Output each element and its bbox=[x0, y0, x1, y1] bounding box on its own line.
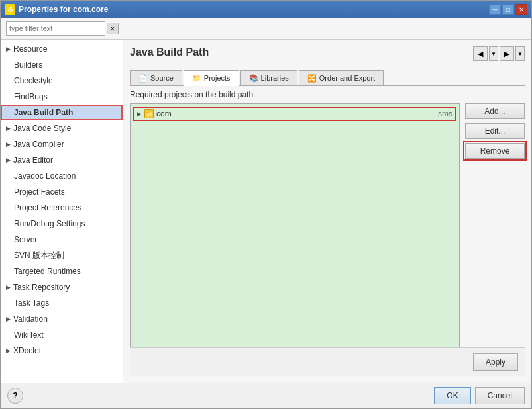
tab-icon-libraries: 📚 bbox=[249, 73, 258, 83]
sidebar-item-java-build-path[interactable]: Java Build Path bbox=[1, 105, 123, 120]
tab-bar: 📄Source📁Projects📚Libraries🔀Order and Exp… bbox=[130, 70, 525, 86]
sidebar-item-validation[interactable]: ▶Validation bbox=[1, 311, 123, 327]
apply-bar: Apply bbox=[130, 347, 525, 376]
sidebar-item-checkstyle[interactable]: Checkstyle bbox=[1, 73, 123, 89]
search-bar: × bbox=[1, 18, 531, 40]
sidebar-expand-icon: ▶ bbox=[6, 42, 11, 56]
forward-dropdown[interactable]: ▼ bbox=[515, 46, 525, 61]
sidebar-item-label: Java Build Path bbox=[14, 106, 73, 119]
sidebar-item-label: Run/Debug Settings bbox=[14, 217, 85, 230]
title-main: Properties for com bbox=[19, 5, 89, 14]
sidebar-item-label: Task Repository bbox=[13, 281, 70, 294]
tab-projects[interactable]: 📁Projects bbox=[184, 70, 239, 86]
project-item[interactable]: ▶ 📁 com sms bbox=[133, 107, 456, 121]
ok-button[interactable]: OK bbox=[434, 387, 470, 404]
sidebar-expand-icon: ▶ bbox=[6, 344, 11, 357]
cancel-button[interactable]: Cancel bbox=[475, 387, 525, 404]
project-arrow-icon: ▶ bbox=[137, 111, 142, 117]
sidebar-item-wikitext[interactable]: WikiText bbox=[1, 327, 123, 343]
tab-libraries[interactable]: 📚Libraries bbox=[240, 70, 297, 85]
sidebar-item-targeted-runtimes[interactable]: Targeted Runtimes bbox=[1, 263, 123, 279]
add-button[interactable]: Add... bbox=[465, 103, 525, 119]
right-panel: Java Build Path ◀ ▼ ▶ ▼ 📄Source📁Projects… bbox=[123, 40, 531, 383]
sidebar-item-label: FindBugs bbox=[14, 90, 48, 103]
sidebar-item-javadoc-location[interactable]: Javadoc Location bbox=[1, 168, 123, 184]
sidebar-item-label: Java Compiler bbox=[13, 138, 64, 151]
sidebar-item-label: SVN 版本控制 bbox=[14, 249, 64, 262]
remove-button[interactable]: Remove bbox=[465, 143, 525, 159]
sidebar-item-label: Resource bbox=[13, 42, 47, 56]
sidebar-item-label: Targeted Runtimes bbox=[14, 265, 81, 278]
sidebar-item-label: Task Tags bbox=[14, 296, 49, 310]
sidebar-item-project-references[interactable]: Project References bbox=[1, 200, 123, 216]
footer-bar: ? OK Cancel bbox=[1, 383, 531, 408]
tab-order-export[interactable]: 🔀Order and Export bbox=[299, 70, 384, 85]
sidebar-item-task-tags[interactable]: Task Tags bbox=[1, 295, 123, 311]
sidebar-item-label: Validation bbox=[13, 312, 48, 326]
back-dropdown[interactable]: ▼ bbox=[489, 46, 498, 61]
sidebar-item-xdoclet[interactable]: ▶XDoclet bbox=[1, 343, 123, 359]
title-bar: ⚙ Properties for com.core ─ □ ✕ bbox=[1, 1, 531, 18]
main-content: ▶ResourceBuildersCheckstyleFindBugsJava … bbox=[1, 40, 531, 383]
project-name: com bbox=[156, 109, 438, 118]
window-title: Properties for com.core bbox=[19, 5, 108, 14]
projects-list: ▶ 📁 com sms bbox=[130, 103, 460, 347]
sidebar-expand-icon: ▶ bbox=[6, 122, 11, 135]
tab-icon-order-export: 🔀 bbox=[307, 73, 317, 83]
sidebar-item-java-editor[interactable]: ▶Java Editor bbox=[1, 152, 123, 168]
forward-button[interactable]: ▶ bbox=[500, 46, 514, 61]
sidebar-item-label: Java Code Style bbox=[13, 122, 71, 135]
search-input[interactable] bbox=[6, 21, 105, 36]
nav-arrow-area: ◀ ▼ ▶ ▼ bbox=[473, 46, 525, 61]
sidebar-item-label: WikiText bbox=[14, 328, 44, 341]
sidebar-item-java-compiler[interactable]: ▶Java Compiler bbox=[1, 136, 123, 152]
window-controls: ─ □ ✕ bbox=[489, 4, 527, 15]
tabs-area: 📄Source📁Projects📚Libraries🔀Order and Exp… bbox=[130, 70, 525, 347]
sidebar-item-label: Builders bbox=[14, 58, 42, 71]
required-label: Required projects on the build path: bbox=[130, 90, 525, 99]
title-bar-left: ⚙ Properties for com.core bbox=[5, 4, 108, 15]
sidebar-item-label: XDoclet bbox=[13, 344, 41, 357]
back-button[interactable]: ◀ bbox=[473, 46, 488, 61]
sidebar-item-label: Checkstyle bbox=[14, 74, 53, 87]
right-panel-inner: Java Build Path ◀ ▼ ▶ ▼ 📄Source📁Projects… bbox=[130, 46, 525, 347]
tab-label-source: Source bbox=[150, 74, 174, 82]
sidebar-item-label: Project Facets bbox=[14, 185, 65, 199]
sidebar-item-label: Java Editor bbox=[13, 154, 53, 167]
panel-header: Java Build Path ◀ ▼ ▶ ▼ bbox=[130, 46, 525, 65]
sidebar-expand-icon: ▶ bbox=[6, 154, 11, 167]
sidebar-item-run-debug-settings[interactable]: Run/Debug Settings bbox=[1, 216, 123, 232]
sidebar-item-label: Project References bbox=[14, 201, 81, 214]
sidebar-item-label: Server bbox=[14, 233, 37, 246]
sidebar-item-builders[interactable]: Builders bbox=[1, 57, 123, 73]
sidebar-item-java-code-style[interactable]: ▶Java Code Style bbox=[1, 120, 123, 136]
footer-buttons: OK Cancel bbox=[434, 387, 525, 404]
tab-label-libraries: Libraries bbox=[261, 74, 289, 82]
title-suffix: .core bbox=[89, 5, 109, 14]
action-buttons: Add... Edit... Remove bbox=[465, 103, 525, 347]
panel-title: Java Build Path bbox=[130, 46, 209, 58]
tab-icon-source: 📄 bbox=[138, 73, 148, 83]
sidebar: ▶ResourceBuildersCheckstyleFindBugsJava … bbox=[1, 40, 123, 383]
window-icon: ⚙ bbox=[5, 4, 15, 15]
sidebar-item-server[interactable]: Server bbox=[1, 232, 123, 248]
sidebar-item-svn[interactable]: SVN 版本控制 bbox=[1, 248, 123, 263]
sidebar-item-resource[interactable]: ▶Resource bbox=[1, 41, 123, 57]
minimize-button[interactable]: ─ bbox=[489, 4, 501, 15]
search-clear-button[interactable]: × bbox=[107, 23, 119, 34]
sidebar-item-project-facets[interactable]: Project Facets bbox=[1, 184, 123, 200]
close-button[interactable]: ✕ bbox=[515, 4, 527, 15]
tab-label-order-export: Order and Export bbox=[319, 74, 375, 82]
sidebar-item-findbugs[interactable]: FindBugs bbox=[1, 89, 123, 105]
apply-button[interactable]: Apply bbox=[473, 353, 518, 371]
help-button[interactable]: ? bbox=[7, 388, 23, 404]
sidebar-item-task-repository[interactable]: ▶Task Repository bbox=[1, 279, 123, 295]
sidebar-expand-icon: ▶ bbox=[6, 312, 11, 326]
content-area: ▶ 📁 com sms Add... Edit... Remove bbox=[130, 103, 525, 347]
maximize-button[interactable]: □ bbox=[502, 4, 514, 15]
project-detail: sms bbox=[438, 109, 452, 118]
tab-source[interactable]: 📄Source bbox=[130, 70, 182, 85]
edit-button[interactable]: Edit... bbox=[465, 123, 525, 139]
tab-label-projects: Projects bbox=[204, 74, 231, 82]
project-folder-icon: 📁 bbox=[144, 109, 154, 118]
